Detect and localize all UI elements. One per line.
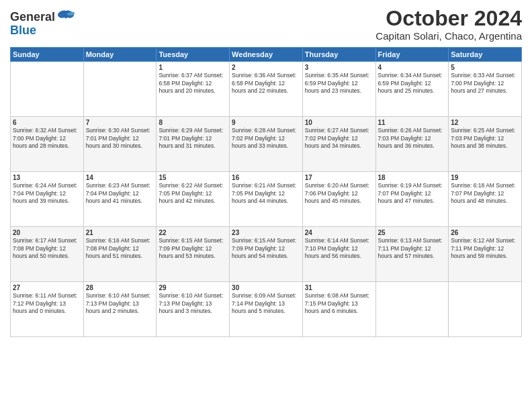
day-info: Sunrise: 6:16 AM Sunset: 7:08 PM Dayligh… — [86, 237, 154, 260]
day-number: 18 — [378, 174, 447, 181]
calendar-week-row: 6Sunrise: 6:32 AM Sunset: 7:00 PM Daylig… — [11, 117, 522, 172]
header-row: Sunday Monday Tuesday Wednesday Thursday… — [11, 48, 522, 62]
day-number: 7 — [86, 119, 154, 126]
calendar-cell: 13Sunrise: 6:24 AM Sunset: 7:04 PM Dayli… — [11, 172, 84, 227]
calendar-cell: 14Sunrise: 6:23 AM Sunset: 7:04 PM Dayli… — [83, 172, 157, 227]
col-friday: Friday — [375, 48, 449, 62]
day-number: 25 — [378, 229, 447, 236]
day-number: 30 — [232, 284, 300, 291]
calendar-cell: 21Sunrise: 6:16 AM Sunset: 7:08 PM Dayli… — [83, 227, 157, 282]
day-info: Sunrise: 6:30 AM Sunset: 7:01 PM Dayligh… — [86, 127, 154, 150]
col-wednesday: Wednesday — [230, 48, 303, 62]
day-number: 8 — [159, 119, 227, 126]
day-number: 29 — [159, 284, 227, 291]
calendar-cell: 27Sunrise: 6:11 AM Sunset: 7:12 PM Dayli… — [11, 282, 84, 337]
day-info: Sunrise: 6:35 AM Sunset: 6:59 PM Dayligh… — [305, 72, 373, 95]
day-info: Sunrise: 6:20 AM Sunset: 7:06 PM Dayligh… — [305, 182, 373, 205]
day-number: 11 — [378, 119, 447, 126]
day-number: 14 — [86, 174, 154, 181]
day-info: Sunrise: 6:10 AM Sunset: 7:13 PM Dayligh… — [159, 292, 227, 315]
day-number: 2 — [232, 64, 300, 71]
day-info: Sunrise: 6:25 AM Sunset: 7:03 PM Dayligh… — [451, 127, 519, 150]
calendar-cell — [449, 282, 522, 337]
calendar-week-row: 13Sunrise: 6:24 AM Sunset: 7:04 PM Dayli… — [11, 172, 522, 227]
day-info: Sunrise: 6:24 AM Sunset: 7:04 PM Dayligh… — [13, 182, 81, 205]
day-info: Sunrise: 6:08 AM Sunset: 7:15 PM Dayligh… — [305, 292, 373, 315]
calendar-cell: 3Sunrise: 6:35 AM Sunset: 6:59 PM Daylig… — [302, 62, 375, 117]
day-info: Sunrise: 6:10 AM Sunset: 7:13 PM Dayligh… — [86, 292, 154, 315]
calendar-cell: 2Sunrise: 6:36 AM Sunset: 6:58 PM Daylig… — [230, 62, 303, 117]
day-number: 21 — [86, 229, 154, 236]
day-number: 24 — [305, 229, 373, 236]
day-info: Sunrise: 6:11 AM Sunset: 7:12 PM Dayligh… — [13, 292, 81, 315]
calendar-week-row: 1Sunrise: 6:37 AM Sunset: 6:58 PM Daylig… — [11, 62, 522, 117]
calendar-cell: 7Sunrise: 6:30 AM Sunset: 7:01 PM Daylig… — [83, 117, 157, 172]
day-number: 15 — [159, 174, 227, 181]
calendar-cell: 8Sunrise: 6:29 AM Sunset: 7:01 PM Daylig… — [157, 117, 230, 172]
day-number: 10 — [305, 119, 373, 126]
day-info: Sunrise: 6:22 AM Sunset: 7:05 PM Dayligh… — [159, 182, 227, 205]
col-saturday: Saturday — [449, 48, 522, 62]
day-number: 17 — [305, 174, 373, 181]
calendar-table: Sunday Monday Tuesday Wednesday Thursday… — [10, 47, 522, 337]
calendar-cell: 15Sunrise: 6:22 AM Sunset: 7:05 PM Dayli… — [157, 172, 230, 227]
calendar-cell: 1Sunrise: 6:37 AM Sunset: 6:58 PM Daylig… — [157, 62, 230, 117]
day-info: Sunrise: 6:37 AM Sunset: 6:58 PM Dayligh… — [159, 72, 227, 95]
day-info: Sunrise: 6:13 AM Sunset: 7:11 PM Dayligh… — [378, 237, 447, 260]
logo-bird-icon — [56, 9, 75, 24]
day-info: Sunrise: 6:19 AM Sunset: 7:07 PM Dayligh… — [378, 182, 447, 205]
calendar-cell: 20Sunrise: 6:17 AM Sunset: 7:08 PM Dayli… — [11, 227, 84, 282]
day-info: Sunrise: 6:12 AM Sunset: 7:11 PM Dayligh… — [451, 237, 519, 260]
day-number: 22 — [159, 229, 227, 236]
day-number: 6 — [13, 119, 81, 126]
calendar-cell: 28Sunrise: 6:10 AM Sunset: 7:13 PM Dayli… — [83, 282, 157, 337]
day-info: Sunrise: 6:14 AM Sunset: 7:10 PM Dayligh… — [305, 237, 373, 260]
calendar-title: October 2024 — [375, 7, 522, 30]
calendar-cell — [83, 62, 157, 117]
calendar-cell: 12Sunrise: 6:25 AM Sunset: 7:03 PM Dayli… — [449, 117, 522, 172]
title-block: October 2024 Capitan Solari, Chaco, Arge… — [375, 7, 522, 42]
logo-general-text: General — [10, 11, 55, 23]
col-sunday: Sunday — [11, 48, 84, 62]
day-number: 5 — [451, 64, 519, 71]
calendar-week-row: 27Sunrise: 6:11 AM Sunset: 7:12 PM Dayli… — [11, 282, 522, 337]
day-number: 23 — [232, 229, 300, 236]
day-info: Sunrise: 6:17 AM Sunset: 7:08 PM Dayligh… — [13, 237, 81, 260]
col-monday: Monday — [83, 48, 157, 62]
calendar-cell: 16Sunrise: 6:21 AM Sunset: 7:05 PM Dayli… — [230, 172, 303, 227]
calendar-cell: 23Sunrise: 6:15 AM Sunset: 7:09 PM Dayli… — [230, 227, 303, 282]
day-number: 26 — [451, 229, 519, 236]
day-number: 12 — [451, 119, 519, 126]
day-number: 9 — [232, 119, 300, 126]
calendar-cell: 11Sunrise: 6:26 AM Sunset: 7:03 PM Dayli… — [375, 117, 449, 172]
day-info: Sunrise: 6:09 AM Sunset: 7:14 PM Dayligh… — [232, 292, 300, 315]
day-number: 28 — [86, 284, 154, 291]
day-number: 20 — [13, 229, 81, 236]
day-info: Sunrise: 6:15 AM Sunset: 7:09 PM Dayligh… — [159, 237, 227, 260]
calendar-cell: 17Sunrise: 6:20 AM Sunset: 7:06 PM Dayli… — [302, 172, 375, 227]
day-number: 19 — [451, 174, 519, 181]
day-number: 4 — [378, 64, 447, 71]
day-info: Sunrise: 6:28 AM Sunset: 7:02 PM Dayligh… — [232, 127, 300, 150]
calendar-cell: 26Sunrise: 6:12 AM Sunset: 7:11 PM Dayli… — [449, 227, 522, 282]
calendar-cell: 30Sunrise: 6:09 AM Sunset: 7:14 PM Dayli… — [230, 282, 303, 337]
calendar-week-row: 20Sunrise: 6:17 AM Sunset: 7:08 PM Dayli… — [11, 227, 522, 282]
day-info: Sunrise: 6:27 AM Sunset: 7:02 PM Dayligh… — [305, 127, 373, 150]
day-info: Sunrise: 6:29 AM Sunset: 7:01 PM Dayligh… — [159, 127, 227, 150]
calendar-cell: 19Sunrise: 6:18 AM Sunset: 7:07 PM Dayli… — [449, 172, 522, 227]
calendar-cell: 22Sunrise: 6:15 AM Sunset: 7:09 PM Dayli… — [157, 227, 230, 282]
logo: General Blue — [10, 9, 75, 37]
day-info: Sunrise: 6:33 AM Sunset: 7:00 PM Dayligh… — [451, 72, 519, 95]
day-info: Sunrise: 6:36 AM Sunset: 6:58 PM Dayligh… — [232, 72, 300, 95]
day-info: Sunrise: 6:18 AM Sunset: 7:07 PM Dayligh… — [451, 182, 519, 205]
col-thursday: Thursday — [302, 48, 375, 62]
day-number: 27 — [13, 284, 81, 291]
day-info: Sunrise: 6:21 AM Sunset: 7:05 PM Dayligh… — [232, 182, 300, 205]
day-number: 3 — [305, 64, 373, 71]
calendar-cell: 24Sunrise: 6:14 AM Sunset: 7:10 PM Dayli… — [302, 227, 375, 282]
day-number: 16 — [232, 174, 300, 181]
day-number: 31 — [305, 284, 373, 291]
calendar-cell — [375, 282, 449, 337]
day-number: 13 — [13, 174, 81, 181]
calendar-cell: 4Sunrise: 6:34 AM Sunset: 6:59 PM Daylig… — [375, 62, 449, 117]
